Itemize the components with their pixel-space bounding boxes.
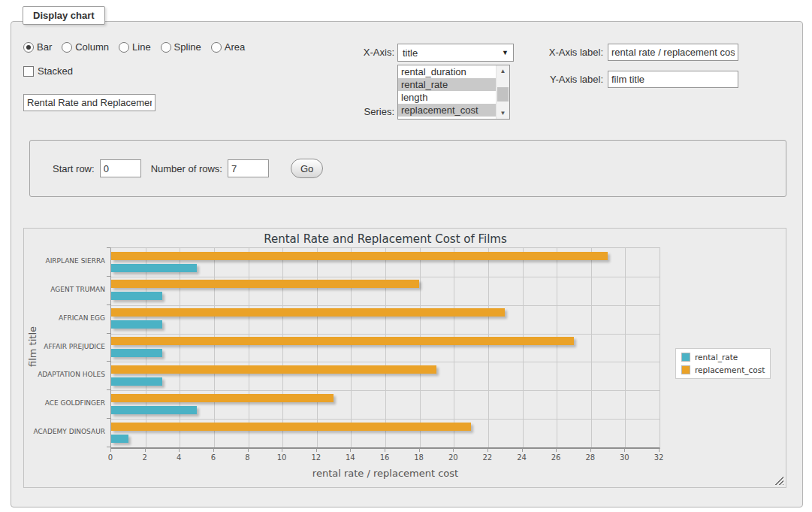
x-tick [350, 448, 351, 452]
y-category-label: ACE GOLDFINGER [24, 399, 105, 407]
bar-replacement_cost[interactable] [111, 337, 574, 345]
series-option-rental_duration[interactable]: rental_duration [398, 65, 496, 78]
chart-type-line[interactable]: Line [119, 41, 151, 53]
y-gridline [111, 305, 660, 306]
y-gridline [111, 334, 660, 335]
x-tick [624, 448, 625, 452]
scrollbar-thumb[interactable] [497, 87, 509, 101]
scroll-up-icon[interactable]: ▲ [497, 65, 509, 77]
x-gridline [249, 248, 249, 447]
x-gridline [523, 248, 524, 447]
x-tick [145, 448, 146, 452]
bar-rental_rate[interactable] [111, 349, 162, 357]
chart-type-area[interactable]: Area [211, 41, 245, 53]
x-tick [419, 448, 420, 452]
bar-rental_rate[interactable] [111, 435, 128, 443]
x-tick-label: 20 [442, 453, 464, 462]
x-tick-label: 18 [408, 453, 430, 462]
x-tick [110, 448, 111, 452]
start-row-label: Start row: [53, 163, 95, 174]
x-tick [213, 448, 214, 452]
x-tick [590, 448, 591, 452]
chart-legend: rental_ratereplacement_cost [675, 348, 771, 379]
x-tick [453, 448, 454, 452]
bar-rental_rate[interactable] [111, 406, 197, 414]
radio-icon [23, 42, 34, 53]
stacked-checkbox[interactable] [23, 66, 34, 77]
rows-panel: Start row: Number of rows: Go [29, 140, 786, 197]
series-options: rental_durationrental_ratelengthreplacem… [398, 65, 496, 119]
legend-item[interactable]: rental_rate [681, 353, 765, 362]
series-option-length[interactable]: length [398, 91, 496, 104]
x-gridline [591, 248, 592, 447]
chart-type-spline[interactable]: Spline [161, 41, 201, 53]
display-chart-section: Display chart BarColumnLineSplineArea St… [11, 21, 803, 507]
x-axis-select-label: X-Axis: [342, 47, 394, 58]
scroll-down-icon[interactable]: ▼ [497, 108, 509, 119]
radio-icon [211, 42, 222, 53]
x-tick-label: 0 [99, 453, 122, 462]
x-gridline [180, 248, 180, 447]
x-gridline [557, 248, 557, 447]
x-axis-select[interactable]: title ▼ [397, 44, 514, 62]
x-gridline [488, 248, 489, 447]
x-axis-label-input[interactable] [608, 44, 738, 61]
x-tick-label: 12 [305, 453, 328, 462]
x-tick [282, 448, 282, 452]
num-rows-input[interactable] [228, 159, 269, 177]
bar-replacement_cost[interactable] [111, 252, 608, 260]
bar-replacement_cost[interactable] [111, 423, 471, 431]
x-tick [488, 448, 488, 452]
stacked-row: Stacked [23, 65, 73, 77]
go-button[interactable]: Go [291, 159, 323, 178]
x-tick-label: 26 [545, 453, 567, 462]
x-tick-label: 32 [647, 453, 670, 462]
series-listbox[interactable]: rental_durationrental_ratelengthreplacem… [397, 65, 510, 120]
legend-item[interactable]: replacement_cost [681, 365, 765, 374]
x-tick-label: 22 [476, 453, 499, 462]
x-tick-label: 14 [339, 453, 361, 462]
x-tick-label: 4 [168, 453, 190, 462]
series-option-replacement_cost[interactable]: replacement_cost [398, 104, 496, 117]
radio-label: Bar [37, 41, 52, 53]
chart-title-input[interactable] [23, 94, 155, 111]
legend-swatch [681, 353, 690, 362]
bar-replacement_cost[interactable] [111, 280, 419, 288]
x-axis-label-label: X-Axis label: [537, 47, 603, 58]
start-row-input[interactable] [100, 159, 141, 177]
x-tick-label: 24 [511, 453, 533, 462]
num-rows-label: Number of rows: [151, 163, 222, 174]
bar-rental_rate[interactable] [111, 377, 162, 386]
x-gridline [214, 248, 215, 447]
y-gridline [111, 362, 660, 362]
x-tick-label: 2 [134, 453, 156, 462]
chart-type-bar[interactable]: Bar [23, 41, 52, 53]
bar-rental_rate[interactable] [111, 292, 162, 300]
series-select-label: Series: [342, 106, 394, 117]
x-axis-title: rental rate / replacement cost [111, 468, 660, 479]
x-gridline [282, 248, 283, 447]
page: Display chart BarColumnLineSplineArea St… [0, 0, 812, 512]
stacked-label: Stacked [38, 65, 73, 77]
y-gridline [111, 390, 660, 391]
bar-replacement_cost[interactable] [111, 308, 505, 317]
chart-type-column[interactable]: Column [62, 41, 109, 53]
bar-rental_rate[interactable] [111, 320, 162, 329]
y-axis-label-label: Y-Axis label: [537, 74, 603, 85]
y-category-label: AGENT TRUMAN [24, 286, 105, 293]
listbox-scrollbar[interactable]: ▲ ▼ [496, 65, 509, 119]
bar-replacement_cost[interactable] [111, 365, 436, 374]
series-option-rental_rate[interactable]: rental_rate [398, 78, 496, 91]
bar-replacement_cost[interactable] [111, 394, 334, 402]
radio-label: Column [75, 41, 109, 53]
radio-label: Area [225, 41, 245, 53]
x-tick-label: 28 [579, 453, 602, 462]
radio-icon [62, 42, 72, 53]
x-tick [556, 448, 557, 452]
plot-area [110, 247, 660, 449]
resize-handle-icon[interactable] [774, 476, 783, 485]
x-gridline [385, 248, 386, 447]
x-gridline [420, 248, 421, 447]
bar-rental_rate[interactable] [111, 264, 197, 272]
y-axis-label-input[interactable] [608, 71, 738, 88]
